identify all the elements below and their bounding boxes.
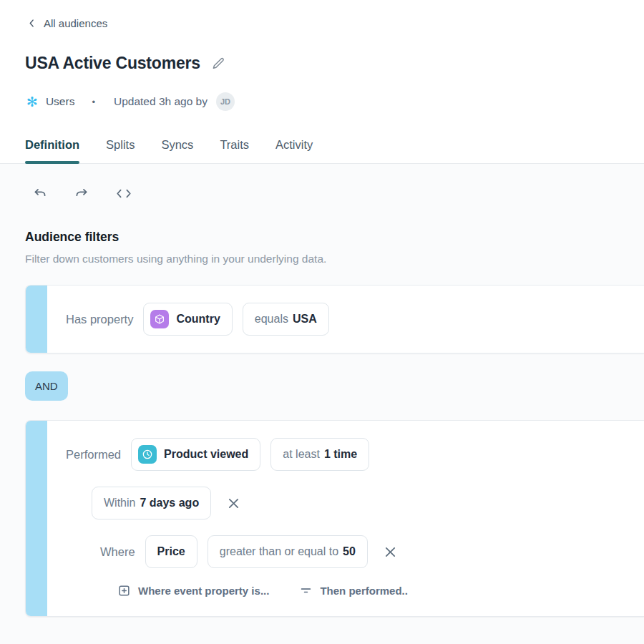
event-operator-chip[interactable]: greater than or equal to 50 [208,535,368,568]
updated-text: Updated 3h ago by [114,95,208,108]
frequency-operator: at least [283,448,320,461]
condition-card-has-property: Has property Country equals USA [25,285,644,353]
pencil-icon [212,57,225,70]
tab-traits[interactable]: Traits [220,138,249,163]
condition-accent-bar[interactable] [26,286,47,353]
tab-activity[interactable]: Activity [275,138,313,163]
event-chip-label: Product viewed [164,448,248,461]
meta-row: ✻ Users • Updated 3h ago by JD [26,92,644,111]
audience-detail-page: All audiences USA Active Customers ✻ Use… [0,0,644,644]
code-view-button[interactable] [114,186,133,201]
add-event-property-label: Where event property is... [138,585,269,597]
condition-prefix: Performed [66,448,121,462]
event-property-label: Price [157,545,185,558]
funnel-lines-icon [299,584,313,597]
event-operator-label: greater than or equal to [220,545,338,558]
frequency-value: 1 time [324,448,357,461]
event-property-chip[interactable]: Price [145,535,197,568]
snowflake-icon: ✻ [26,95,38,109]
tab-definition[interactable]: Definition [25,138,79,163]
tab-syncs[interactable]: Syncs [161,138,193,163]
section-head: Audience filters Filter down customers u… [25,230,644,265]
frequency-chip[interactable]: at least 1 time [270,438,369,471]
section-title: Audience filters [25,230,644,245]
condition-accent-bar[interactable] [26,421,47,616]
property-chip-label: Country [176,313,220,326]
plus-square-icon [117,584,131,597]
page-header: All audiences USA Active Customers ✻ Use… [0,0,644,164]
editor-toolbar [33,186,644,201]
tabs-bar: Definition Splits Syncs Traits Activity [0,138,644,164]
meta-separator: • [92,97,95,107]
window-value: 7 days ago [140,497,199,509]
operator-label: equals [255,313,288,326]
avatar[interactable]: JD [216,92,235,111]
chevron-left-icon [26,18,37,29]
operator-value: USA [293,313,317,326]
where-property-row: Where Price greater than or equal to 50 [100,535,398,568]
then-performed-button[interactable]: Then performed.. [299,584,408,597]
redo-button[interactable] [74,186,89,201]
condition-card-performed: Performed Product viewed at least 1 time [25,420,644,617]
code-icon [114,186,133,201]
page-title: USA Active Customers [25,54,200,73]
where-label: Where [100,545,135,559]
add-event-property-button[interactable]: Where event property is... [117,584,269,597]
remove-where-property-button[interactable] [383,545,398,560]
definition-panel: Audience filters Filter down customers u… [0,164,644,644]
redo-icon [74,186,89,201]
back-link[interactable]: All audiences [26,17,107,29]
source-label: Users [46,95,74,108]
then-performed-label: Then performed.. [320,585,408,597]
operator-chip[interactable]: equals USA [243,303,329,336]
close-icon [383,545,398,560]
performed-row: Performed Product viewed at least 1 time [66,438,369,471]
window-operator: Within [104,497,135,509]
close-icon [226,496,241,511]
undo-icon [33,186,48,201]
property-cube-icon [150,310,169,328]
condition-actions-row: Where event property is... Then performe… [117,584,408,597]
edit-title-button[interactable] [212,57,225,70]
tab-splits[interactable]: Splits [106,138,135,163]
time-window-chip[interactable]: Within 7 days ago [92,487,211,519]
undo-button[interactable] [33,186,48,201]
event-operator-value: 50 [343,545,356,558]
time-window-row: Within 7 days ago [92,487,241,519]
back-link-label: All audiences [44,17,107,29]
event-chip[interactable]: Product viewed [131,438,260,471]
title-row: USA Active Customers [25,54,644,73]
condition-prefix: Has property [66,313,133,326]
join-operator-badge[interactable]: AND [25,371,68,401]
property-chip[interactable]: Country [143,303,232,336]
section-subtitle: Filter down customers using anything in … [25,253,644,265]
remove-time-window-button[interactable] [226,496,241,511]
event-clock-icon [138,445,157,464]
